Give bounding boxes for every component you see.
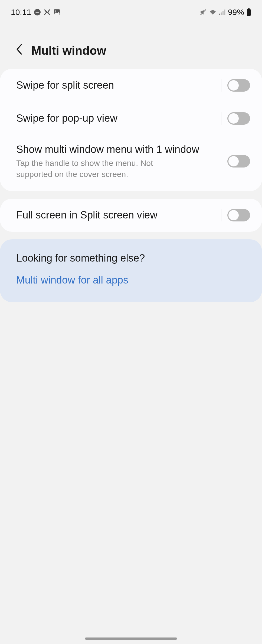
page-header: Multi window bbox=[0, 22, 262, 69]
toggle-swipe-split-screen[interactable] bbox=[227, 79, 250, 92]
settings-group-1: Swipe for split screen Swipe for pop-up … bbox=[0, 69, 262, 191]
looking-for-heading: Looking for something else? bbox=[16, 252, 246, 264]
navigation-handle[interactable] bbox=[85, 637, 177, 640]
setting-label: Full screen in Split screen view bbox=[16, 208, 216, 222]
status-time: 10:11 bbox=[11, 8, 31, 17]
setting-label: Show multi window menu with 1 window bbox=[16, 143, 200, 156]
dnd-icon bbox=[34, 9, 41, 16]
gallery-icon bbox=[53, 9, 60, 16]
mute-icon bbox=[200, 9, 207, 16]
signal-icon bbox=[219, 9, 226, 15]
battery-icon bbox=[246, 8, 251, 16]
status-bar: 10:11 99% bbox=[0, 0, 262, 22]
svg-rect-6 bbox=[221, 12, 222, 15]
toggle-divider bbox=[221, 209, 222, 221]
setting-show-multi-window-menu[interactable]: Show multi window menu with 1 window Tap… bbox=[0, 135, 262, 191]
setting-swipe-split-screen[interactable]: Swipe for split screen bbox=[15, 69, 262, 102]
setting-label: Swipe for pop-up view bbox=[16, 112, 216, 125]
toggle-swipe-popup-view[interactable] bbox=[227, 112, 250, 125]
status-right: 99% bbox=[200, 8, 251, 17]
svg-rect-10 bbox=[247, 9, 251, 16]
battery-percent: 99% bbox=[228, 8, 244, 17]
setting-description: Tap the handle to show the menu. Not sup… bbox=[16, 158, 179, 180]
toggle-show-multi-window-menu[interactable] bbox=[227, 155, 250, 168]
page-title: Multi window bbox=[31, 44, 106, 57]
setting-label: Swipe for split screen bbox=[16, 79, 216, 92]
toggle-divider bbox=[221, 79, 222, 92]
svg-rect-7 bbox=[222, 11, 224, 15]
x-app-icon bbox=[44, 9, 51, 16]
svg-point-3 bbox=[55, 11, 56, 12]
status-left: 10:11 bbox=[11, 8, 60, 17]
settings-group-2: Full screen in Split screen view bbox=[0, 199, 262, 231]
setting-swipe-popup-view[interactable]: Swipe for pop-up view bbox=[15, 102, 262, 135]
setting-full-screen-split-view[interactable]: Full screen in Split screen view bbox=[0, 199, 262, 231]
toggle-full-screen-split-view[interactable] bbox=[227, 209, 250, 221]
svg-rect-5 bbox=[219, 14, 220, 15]
svg-rect-8 bbox=[224, 9, 225, 15]
wifi-icon bbox=[209, 9, 217, 15]
looking-for-card: Looking for something else? Multi window… bbox=[0, 239, 262, 302]
svg-rect-1 bbox=[36, 12, 39, 12]
back-button[interactable] bbox=[15, 43, 23, 58]
multi-window-all-apps-link[interactable]: Multi window for all apps bbox=[16, 274, 246, 286]
toggle-divider bbox=[221, 112, 222, 125]
